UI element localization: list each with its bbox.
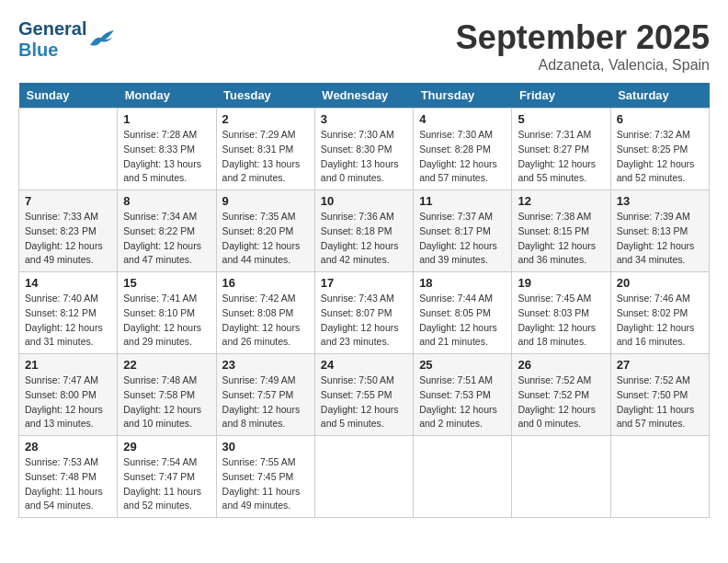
calendar-cell: 21Sunrise: 7:47 AMSunset: 8:00 PMDayligh… [19, 354, 118, 436]
day-number: 23 [222, 358, 309, 372]
day-info: Sunrise: 7:50 AMSunset: 7:55 PMDaylight:… [321, 373, 407, 431]
day-info: Sunrise: 7:40 AMSunset: 8:12 PMDaylight:… [25, 292, 111, 350]
day-info: Sunrise: 7:48 AMSunset: 7:58 PMDaylight:… [123, 373, 210, 431]
day-number: 17 [321, 276, 407, 290]
day-info: Sunrise: 7:31 AMSunset: 8:27 PMDaylight:… [518, 128, 604, 186]
day-number: 3 [321, 112, 407, 126]
week-row-5: 28Sunrise: 7:53 AMSunset: 7:48 PMDayligh… [19, 436, 710, 518]
day-info: Sunrise: 7:43 AMSunset: 8:07 PMDaylight:… [321, 292, 407, 350]
day-info: Sunrise: 7:36 AMSunset: 8:18 PMDaylight:… [321, 210, 407, 268]
logo: General Blue [18, 18, 114, 61]
day-number: 20 [617, 276, 703, 290]
logo-bird-icon [88, 29, 114, 51]
calendar-cell [414, 436, 512, 518]
day-number: 21 [25, 358, 111, 372]
calendar-cell: 16Sunrise: 7:42 AMSunset: 8:08 PMDayligh… [216, 272, 314, 354]
day-info: Sunrise: 7:30 AMSunset: 8:30 PMDaylight:… [321, 128, 407, 186]
calendar-cell: 17Sunrise: 7:43 AMSunset: 8:07 PMDayligh… [314, 272, 413, 354]
calendar-cell: 26Sunrise: 7:52 AMSunset: 7:52 PMDayligh… [512, 354, 610, 436]
day-number: 8 [123, 194, 210, 208]
day-number: 2 [222, 112, 309, 126]
day-number: 4 [419, 112, 506, 126]
logo-blue: Blue [18, 40, 58, 60]
day-info: Sunrise: 7:37 AMSunset: 8:17 PMDaylight:… [419, 210, 506, 268]
day-info: Sunrise: 7:52 AMSunset: 7:50 PMDaylight:… [617, 373, 703, 431]
day-info: Sunrise: 7:42 AMSunset: 8:08 PMDaylight:… [222, 292, 309, 350]
day-info: Sunrise: 7:45 AMSunset: 8:03 PMDaylight:… [518, 292, 604, 350]
weekday-tuesday: Tuesday [216, 83, 314, 109]
weekday-header-row: SundayMondayTuesdayWednesdayThursdayFrid… [19, 83, 710, 109]
day-number: 12 [518, 194, 604, 208]
calendar-cell: 13Sunrise: 7:39 AMSunset: 8:13 PMDayligh… [610, 190, 709, 272]
day-number: 7 [25, 194, 111, 208]
day-info: Sunrise: 7:39 AMSunset: 8:13 PMDaylight:… [617, 210, 703, 268]
day-number: 22 [123, 358, 210, 372]
calendar-cell: 7Sunrise: 7:33 AMSunset: 8:23 PMDaylight… [19, 190, 118, 272]
calendar-cell: 15Sunrise: 7:41 AMSunset: 8:10 PMDayligh… [118, 272, 216, 354]
weekday-saturday: Saturday [610, 83, 709, 109]
day-number: 10 [321, 194, 407, 208]
day-info: Sunrise: 7:51 AMSunset: 7:53 PMDaylight:… [419, 373, 506, 431]
calendar-cell: 6Sunrise: 7:32 AMSunset: 8:25 PMDaylight… [610, 109, 709, 190]
day-info: Sunrise: 7:33 AMSunset: 8:23 PMDaylight:… [25, 210, 111, 268]
day-info: Sunrise: 7:35 AMSunset: 8:20 PMDaylight:… [222, 210, 309, 268]
week-row-1: 1Sunrise: 7:28 AMSunset: 8:33 PMDaylight… [19, 109, 710, 190]
day-info: Sunrise: 7:32 AMSunset: 8:25 PMDaylight:… [617, 128, 703, 186]
day-info: Sunrise: 7:46 AMSunset: 8:02 PMDaylight:… [617, 292, 703, 350]
weekday-thursday: Thursday [414, 83, 512, 109]
day-number: 27 [617, 358, 703, 372]
day-number: 13 [617, 194, 703, 208]
calendar-cell: 10Sunrise: 7:36 AMSunset: 8:18 PMDayligh… [314, 190, 413, 272]
calendar-cell: 8Sunrise: 7:34 AMSunset: 8:22 PMDaylight… [118, 190, 216, 272]
day-number: 15 [123, 276, 210, 290]
day-number: 14 [25, 276, 111, 290]
weekday-wednesday: Wednesday [314, 83, 413, 109]
day-number: 29 [123, 440, 210, 454]
day-info: Sunrise: 7:55 AMSunset: 7:45 PMDaylight:… [222, 455, 309, 513]
calendar-cell [512, 436, 610, 518]
calendar-cell: 5Sunrise: 7:31 AMSunset: 8:27 PMDaylight… [512, 109, 610, 190]
day-info: Sunrise: 7:30 AMSunset: 8:28 PMDaylight:… [419, 128, 506, 186]
calendar-body: 1Sunrise: 7:28 AMSunset: 8:33 PMDaylight… [19, 109, 710, 518]
day-number: 6 [617, 112, 703, 126]
day-number: 19 [518, 276, 604, 290]
calendar-cell: 4Sunrise: 7:30 AMSunset: 8:28 PMDaylight… [414, 109, 512, 190]
calendar-cell [19, 109, 118, 190]
calendar-cell: 9Sunrise: 7:35 AMSunset: 8:20 PMDaylight… [216, 190, 314, 272]
day-number: 18 [419, 276, 506, 290]
calendar-cell: 23Sunrise: 7:49 AMSunset: 7:57 PMDayligh… [216, 354, 314, 436]
calendar-cell: 28Sunrise: 7:53 AMSunset: 7:48 PMDayligh… [19, 436, 118, 518]
title-block: September 2025 Adzaneta, Valencia, Spain [456, 18, 710, 74]
day-number: 30 [222, 440, 309, 454]
weekday-sunday: Sunday [19, 83, 118, 109]
day-info: Sunrise: 7:44 AMSunset: 8:05 PMDaylight:… [419, 292, 506, 350]
calendar-cell: 14Sunrise: 7:40 AMSunset: 8:12 PMDayligh… [19, 272, 118, 354]
calendar-cell: 27Sunrise: 7:52 AMSunset: 7:50 PMDayligh… [610, 354, 709, 436]
week-row-2: 7Sunrise: 7:33 AMSunset: 8:23 PMDaylight… [19, 190, 710, 272]
calendar-cell: 11Sunrise: 7:37 AMSunset: 8:17 PMDayligh… [414, 190, 512, 272]
day-info: Sunrise: 7:28 AMSunset: 8:33 PMDaylight:… [123, 128, 210, 186]
day-number: 5 [518, 112, 604, 126]
day-info: Sunrise: 7:49 AMSunset: 7:57 PMDaylight:… [222, 373, 309, 431]
week-row-3: 14Sunrise: 7:40 AMSunset: 8:12 PMDayligh… [19, 272, 710, 354]
calendar-cell [314, 436, 413, 518]
day-info: Sunrise: 7:53 AMSunset: 7:48 PMDaylight:… [25, 455, 111, 513]
calendar-cell: 3Sunrise: 7:30 AMSunset: 8:30 PMDaylight… [314, 109, 413, 190]
calendar-cell: 2Sunrise: 7:29 AMSunset: 8:31 PMDaylight… [216, 109, 314, 190]
calendar-cell: 22Sunrise: 7:48 AMSunset: 7:58 PMDayligh… [118, 354, 216, 436]
calendar-cell: 24Sunrise: 7:50 AMSunset: 7:55 PMDayligh… [314, 354, 413, 436]
day-number: 11 [419, 194, 506, 208]
day-info: Sunrise: 7:38 AMSunset: 8:15 PMDaylight:… [518, 210, 604, 268]
calendar-cell: 29Sunrise: 7:54 AMSunset: 7:47 PMDayligh… [118, 436, 216, 518]
weekday-monday: Monday [118, 83, 216, 109]
month-title: September 2025 [456, 18, 710, 57]
day-info: Sunrise: 7:29 AMSunset: 8:31 PMDaylight:… [222, 128, 309, 186]
week-row-4: 21Sunrise: 7:47 AMSunset: 8:00 PMDayligh… [19, 354, 710, 436]
calendar-cell: 18Sunrise: 7:44 AMSunset: 8:05 PMDayligh… [414, 272, 512, 354]
day-info: Sunrise: 7:47 AMSunset: 8:00 PMDaylight:… [25, 373, 111, 431]
day-number: 26 [518, 358, 604, 372]
calendar-cell: 20Sunrise: 7:46 AMSunset: 8:02 PMDayligh… [610, 272, 709, 354]
logo-general: General [18, 18, 86, 39]
calendar-cell: 19Sunrise: 7:45 AMSunset: 8:03 PMDayligh… [512, 272, 610, 354]
weekday-friday: Friday [512, 83, 610, 109]
